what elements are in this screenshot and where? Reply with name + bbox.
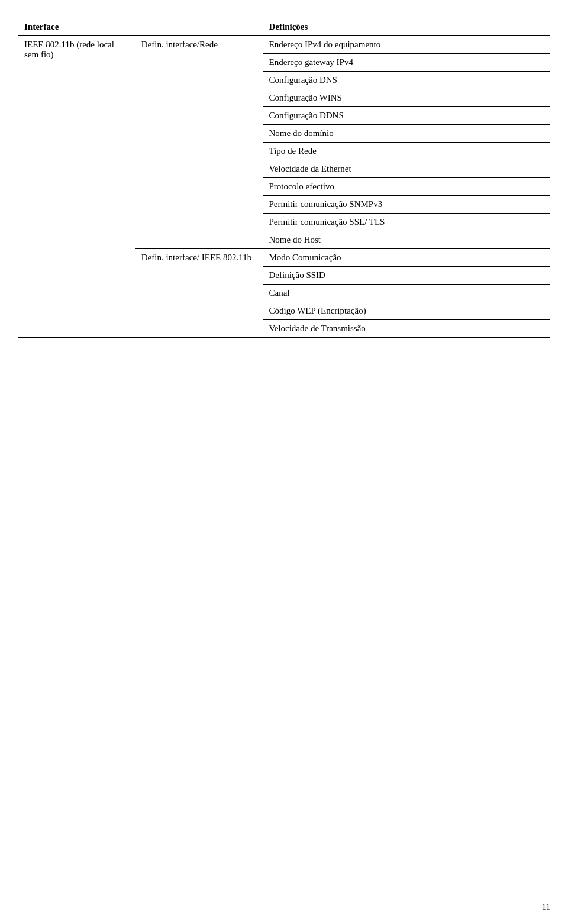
definition-item: Canal: [263, 285, 550, 302]
definition-item: Endereço gateway IPv4: [263, 54, 550, 72]
header-definitions: Definições: [263, 18, 550, 36]
definition-group-label-1: Defin. interface/Rede: [135, 36, 263, 249]
definition-item: Código WEP (Encriptação): [263, 302, 550, 320]
definition-item: Configuração DNS: [263, 72, 550, 89]
definition-item: Protocolo efectivo: [263, 178, 550, 196]
definition-group-label-2: Defin. interface/ IEEE 802.11b: [135, 249, 263, 338]
definition-item: Velocidade da Ethernet: [263, 160, 550, 178]
page-number: 11: [542, 902, 550, 912]
definition-item: Tipo de Rede: [263, 143, 550, 160]
definition-item: Velocidade de Transmissão: [263, 320, 550, 338]
definition-item: Nome do domínio: [263, 125, 550, 143]
definition-item: Permitir comunicação SSL/ TLS: [263, 214, 550, 231]
definition-item: Nome do Host: [263, 231, 550, 249]
header-interface: Interface: [18, 18, 135, 36]
definition-item: Endereço IPv4 do equipamento: [263, 36, 550, 54]
definition-item: Modo Comunicação: [263, 249, 550, 267]
definition-item: Configuração DDNS: [263, 107, 550, 125]
definition-item: Configuração WINS: [263, 89, 550, 107]
definition-item: Permitir comunicação SNMPv3: [263, 196, 550, 214]
definition-item: Definição SSID: [263, 267, 550, 285]
interface-label: IEEE 802.11b (rede local sem fio): [18, 36, 135, 338]
main-table: Interface Definições IEEE 802.11b (rede …: [18, 18, 550, 338]
header-definitions-label: [135, 18, 263, 36]
